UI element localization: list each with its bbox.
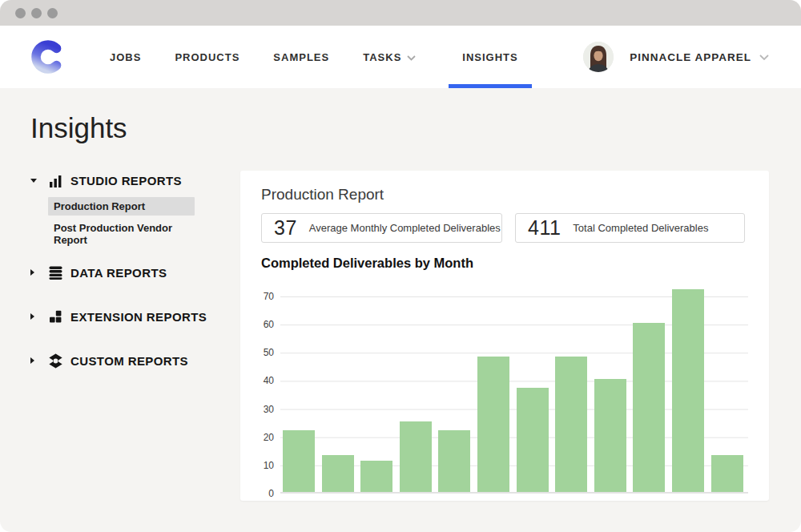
report-card: Production Report 37Average Monthly Comp… <box>240 171 769 501</box>
chart-bar[interactable] <box>283 430 315 492</box>
y-axis-tick-label: 40 <box>264 376 274 385</box>
top-navbar: JOBSPRODUCTSSAMPLESTASKSINSIGHTS PINNACL… <box>0 26 801 88</box>
chart-bar[interactable] <box>555 357 587 492</box>
stat-label: Total Completed Deliverables <box>573 222 708 234</box>
gear-icon <box>48 353 63 369</box>
sidebar-item-post-production-vendor-report[interactable]: Post Production Vendor Report <box>48 219 195 249</box>
chart-bar[interactable] <box>517 388 549 492</box>
stats-row: 37Average Monthly Completed Deliverables… <box>261 213 748 243</box>
window-close-button[interactable] <box>15 8 26 18</box>
nav-item-label: TASKS <box>363 51 401 63</box>
primary-nav: JOBSPRODUCTSSAMPLESTASKSINSIGHTS <box>109 26 532 88</box>
sidebar-section-label: CUSTOM REPORTS <box>70 354 188 368</box>
nav-item-label: INSIGHTS <box>462 51 517 63</box>
window-minimize-button[interactable] <box>31 8 42 18</box>
chart-title: Completed Deliverables by Month <box>261 256 748 271</box>
y-axis-tick-label: 20 <box>264 433 274 442</box>
stat-value: 411 <box>528 216 561 240</box>
stat-box: 37Average Monthly Completed Deliverables <box>261 213 502 243</box>
avatar[interactable] <box>583 42 614 72</box>
chart-bar[interactable] <box>594 379 626 492</box>
y-axis-tick-label: 0 <box>268 489 274 498</box>
sidebar-section-extension-reports: EXTENSION REPORTS <box>30 308 240 352</box>
y-axis-tick-label: 30 <box>264 405 274 414</box>
stat-label: Average Monthly Completed Deliverables <box>309 222 501 234</box>
chart-bar[interactable] <box>711 455 743 492</box>
sidebar-section-header[interactable]: STUDIO REPORTS <box>30 171 240 189</box>
stat-box: 411Total Completed Deliverables <box>515 213 745 243</box>
caret-right-icon[interactable] <box>30 313 42 320</box>
sidebar-section-header[interactable]: DATA REPORTS <box>30 264 240 281</box>
chart-bar[interactable] <box>633 323 665 492</box>
nav-item-insights[interactable]: INSIGHTS <box>449 26 531 88</box>
bar-chart-icon <box>48 173 63 188</box>
sidebar-section-studio-reports: STUDIO REPORTSProduction ReportPost Prod… <box>30 171 240 249</box>
window-maximize-button[interactable] <box>47 8 58 18</box>
window-titlebar <box>0 0 801 26</box>
nav-item-label: PRODUCTS <box>175 51 239 63</box>
sidebar-section-label: STUDIO REPORTS <box>70 174 182 187</box>
chart-plot-area <box>280 296 748 494</box>
caret-right-icon[interactable] <box>30 269 42 276</box>
y-axis-tick-label: 50 <box>264 348 274 357</box>
nav-item-products[interactable]: PRODUCTS <box>174 26 240 88</box>
content-area: Insights STUDIO REPORTSProduction Report… <box>0 88 801 532</box>
nav-item-tasks[interactable]: TASKS <box>362 26 417 88</box>
nav-item-jobs[interactable]: JOBS <box>109 26 142 88</box>
blocks-icon <box>48 309 63 324</box>
sidebar-section-label: DATA REPORTS <box>70 266 167 280</box>
chart-y-axis: 010203040506070 <box>261 296 274 494</box>
account-name-label: PINNACLE APPAREL <box>630 51 751 63</box>
sidebar: Insights STUDIO REPORTSProduction Report… <box>0 88 240 532</box>
chart-bar[interactable] <box>477 357 509 492</box>
sidebar-section-header[interactable]: EXTENSION REPORTS <box>30 308 240 325</box>
y-axis-tick-label: 60 <box>264 320 274 329</box>
logo-c-icon <box>30 39 66 75</box>
database-icon <box>48 265 63 280</box>
chevron-down-icon <box>407 51 416 63</box>
y-axis-tick-label: 10 <box>264 461 274 470</box>
chevron-down-icon <box>759 54 769 60</box>
sidebar-section-custom-reports: CUSTOM REPORTS <box>30 352 240 396</box>
account-name[interactable]: PINNACLE APPAREL <box>630 51 769 63</box>
chart-bar[interactable] <box>322 455 354 492</box>
sidebar-section-data-reports: DATA REPORTS <box>30 264 240 308</box>
nav-item-label: JOBS <box>110 51 141 63</box>
account-menu[interactable]: PINNACLE APPAREL <box>583 26 769 88</box>
avatar-portrait-icon <box>583 42 614 72</box>
app-window: JOBSPRODUCTSSAMPLESTASKSINSIGHTS PINNACL… <box>0 0 801 532</box>
chart-bar[interactable] <box>438 430 470 492</box>
app-logo[interactable] <box>30 26 66 88</box>
sidebar-item-production-report[interactable]: Production Report <box>48 197 195 216</box>
page-title: Insights <box>30 112 240 144</box>
caret-right-icon[interactable] <box>30 357 42 364</box>
sidebar-section-items: Production ReportPost Production Vendor … <box>48 197 240 249</box>
sidebar-section-label: EXTENSION REPORTS <box>70 310 207 324</box>
caret-down-icon[interactable] <box>30 179 42 183</box>
chart-bar[interactable] <box>672 289 704 492</box>
nav-item-samples[interactable]: SAMPLES <box>272 26 330 88</box>
sidebar-section-header[interactable]: CUSTOM REPORTS <box>30 352 240 369</box>
chart-bar[interactable] <box>360 461 392 492</box>
stat-value: 37 <box>274 216 297 240</box>
main-panel: Production Report 37Average Monthly Comp… <box>240 88 801 532</box>
nav-item-label: SAMPLES <box>273 51 329 63</box>
chart-bar[interactable] <box>400 421 432 492</box>
report-title: Production Report <box>261 186 748 204</box>
y-axis-tick-label: 70 <box>264 292 274 301</box>
bar-chart: 010203040506070 <box>261 296 748 494</box>
